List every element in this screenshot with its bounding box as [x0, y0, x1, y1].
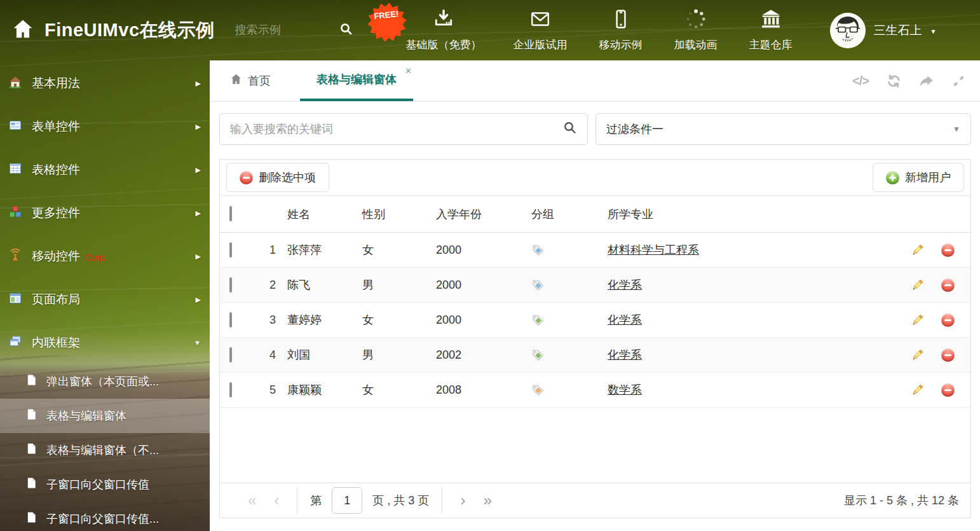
row-checkbox[interactable] [229, 242, 232, 258]
nav-loading-animation[interactable]: 加载动画 [658, 9, 733, 52]
user-menu[interactable]: 三生石上 ▼ [830, 13, 937, 48]
sidebar-item-inline-frame[interactable]: 内联框架 ▼ [0, 321, 210, 364]
share-icon[interactable] [919, 74, 934, 88]
row-number: 5 [250, 383, 280, 397]
nav-label: 加载动画 [674, 38, 718, 52]
add-user-button[interactable]: 新增用户 [873, 163, 964, 192]
delete-row-icon[interactable] [941, 314, 955, 327]
sidebar-item-grid-controls[interactable]: 表格控件 ▶ [0, 148, 210, 191]
major-link[interactable]: 化学系 [608, 314, 642, 326]
caret-right-icon: ▶ [196, 123, 201, 131]
sidebar-item-mobile-controls[interactable]: 移动控件 Corp. ▶ [0, 235, 210, 278]
sidebar-subitem-grid-edit-window[interactable]: 表格与编辑窗体 [0, 399, 210, 433]
bank-icon [761, 9, 781, 32]
last-page-button[interactable]: » [474, 493, 500, 508]
data-grid: 姓名 性别 入学年份 分组 所学专业 1 张萍萍 女 2000 [220, 196, 970, 408]
grid-panel: 删除选中项 新增用户 姓名 性别 入学年份 分组 所学专业 [219, 159, 971, 518]
search-icon[interactable] [563, 121, 577, 137]
cell-year: 2000 [436, 279, 531, 292]
sidebar-subitem-child-to-parent[interactable]: 子窗口向父窗口传值 [0, 467, 210, 502]
view-source-icon[interactable]: </> [852, 74, 869, 88]
sidebar-item-basic-usage[interactable]: 基本用法 ▶ [0, 62, 210, 105]
filter-select[interactable]: 过滤条件一 ▼ [595, 113, 971, 145]
page-number-input[interactable] [332, 487, 362, 514]
row-checkbox[interactable] [229, 382, 232, 397]
cubes-icon [9, 205, 22, 221]
first-page-button[interactable]: « [239, 493, 265, 508]
page-icon [25, 443, 37, 458]
sidebar-item-more-controls[interactable]: 更多控件 ▶ [0, 191, 210, 235]
sidebar-item-page-layout[interactable]: 页面布局 ▶ [0, 278, 210, 321]
delete-selected-button[interactable]: 删除选中项 [226, 163, 329, 192]
expand-icon[interactable] [951, 74, 966, 88]
filter-select-value: 过滤条件一 [606, 121, 664, 137]
table-row: 4 刘国 男 2002 化学系 [220, 338, 970, 373]
row-number: 1 [250, 244, 280, 257]
caret-right-icon: ▶ [196, 166, 201, 174]
row-checkbox[interactable] [229, 277, 232, 293]
row-checkbox[interactable] [229, 347, 232, 362]
delete-row-icon[interactable] [941, 348, 955, 362]
add-user-label: 新增用户 [905, 170, 951, 185]
keyword-search-input[interactable] [230, 123, 563, 136]
header-search [235, 22, 362, 39]
row-number: 3 [250, 314, 280, 327]
column-header-gender[interactable]: 性别 [362, 207, 436, 222]
major-link[interactable]: 数学系 [608, 383, 642, 396]
refresh-icon[interactable] [887, 74, 901, 88]
delete-row-icon[interactable] [941, 279, 955, 292]
page-suffix: 页 , 共 3 页 [372, 493, 429, 508]
table-row: 1 张萍萍 女 2000 材料科学与工程系 [220, 233, 970, 268]
edit-icon[interactable] [910, 278, 925, 293]
sidebar-subitem-grid-edit-window-2[interactable]: 表格与编辑窗体（不... [0, 433, 210, 467]
nav-basic-edition[interactable]: FREE! 基础版（免费） [390, 9, 498, 52]
column-header-name[interactable]: 姓名 [280, 207, 362, 222]
brand[interactable]: FineUIMvc在线示例 [0, 18, 215, 43]
search-icon[interactable] [330, 22, 353, 39]
main-content: 首页 表格与编辑窗体 ✕ </> [210, 60, 980, 531]
edit-icon[interactable] [910, 348, 925, 362]
delete-selected-label: 删除选中项 [259, 170, 316, 185]
close-icon[interactable]: ✕ [405, 66, 412, 76]
form-icon [9, 119, 22, 135]
sidebar-item-label: 页面布局 [32, 291, 80, 308]
nav-mobile-demo[interactable]: 移动示例 [583, 9, 658, 52]
sidebar-subitem-label: 表格与编辑窗体 [46, 408, 126, 424]
tab-grid-edit-window[interactable]: 表格与编辑窗体 ✕ [300, 60, 413, 101]
cell-name: 康颖颖 [280, 382, 362, 397]
nav-enterprise-trial[interactable]: 企业版试用 [498, 9, 583, 52]
layout-icon [9, 292, 22, 308]
sidebar-subitem-popup-window[interactable]: 弹出窗体（本页面或... [0, 364, 210, 399]
delete-row-icon[interactable] [941, 383, 955, 397]
delete-row-icon[interactable] [941, 244, 955, 257]
column-header-major[interactable]: 所学专业 [608, 207, 894, 222]
antenna-icon [9, 249, 22, 265]
tag-icon [531, 348, 608, 362]
edit-icon[interactable] [910, 243, 925, 258]
sidebar-item-form-controls[interactable]: 表单控件 ▶ [0, 105, 210, 148]
envelope-icon [530, 9, 550, 32]
caret-right-icon: ▶ [196, 209, 201, 217]
column-header-year[interactable]: 入学年份 [436, 207, 531, 222]
tab-home[interactable]: 首页 [230, 60, 271, 101]
free-badge: FREE! [365, 0, 408, 43]
row-number: 2 [250, 279, 280, 292]
major-link[interactable]: 材料科学与工程系 [608, 244, 699, 256]
sidebar-subitem-child-to-parent-2[interactable]: 子窗口向父窗口传值... [0, 502, 210, 531]
next-page-button[interactable]: › [451, 493, 474, 508]
nav-theme-store[interactable]: 主题仓库 [733, 9, 808, 52]
edit-icon[interactable] [910, 383, 925, 397]
tabbar-tools: </> [852, 60, 966, 101]
major-link[interactable]: 化学系 [608, 348, 642, 361]
prev-page-button[interactable]: ‹ [265, 493, 288, 508]
cell-gender: 女 [362, 242, 436, 258]
cell-year: 2000 [436, 244, 531, 257]
major-link[interactable]: 化学系 [608, 279, 642, 291]
column-header-group[interactable]: 分组 [531, 207, 608, 222]
header-search-input[interactable] [235, 24, 330, 37]
nav-label: 企业版试用 [514, 38, 568, 52]
select-all-checkbox[interactable] [229, 206, 232, 221]
edit-icon[interactable] [910, 313, 925, 328]
row-checkbox[interactable] [229, 312, 232, 328]
corp-badge: Corp. [85, 250, 107, 263]
